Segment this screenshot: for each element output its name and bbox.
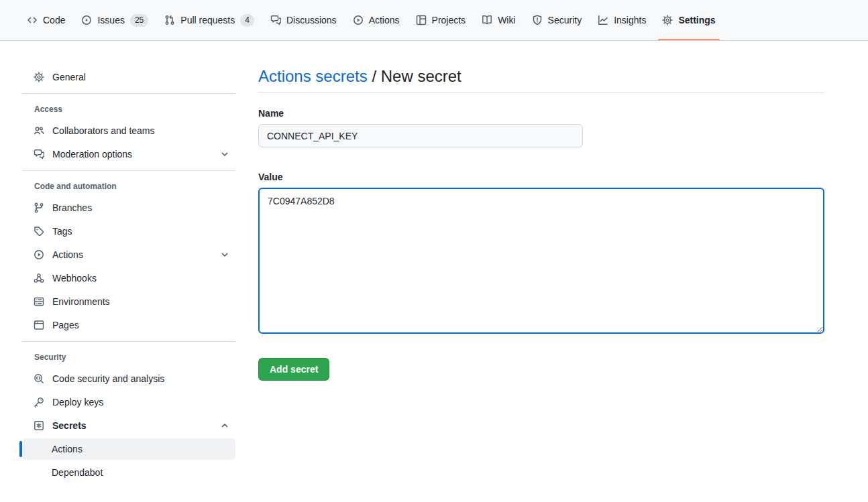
breadcrumb-separator: / xyxy=(372,67,376,85)
sidebar-item-deploy-keys[interactable]: Deploy keys xyxy=(22,391,235,413)
sidebar-divider xyxy=(22,170,235,171)
sidebar-item-label: Environments xyxy=(52,296,110,307)
repo-tab-bar: Code Issues 25 Pull requests 4 Discussio… xyxy=(0,0,868,41)
gear-icon xyxy=(34,72,44,82)
shield-icon xyxy=(532,15,543,25)
breadcrumb-current: New secret xyxy=(381,67,462,85)
sidebar-item-moderation-options[interactable]: Moderation options xyxy=(22,143,235,165)
sidebar-item-label: Moderation options xyxy=(52,149,132,160)
graph-icon xyxy=(598,15,608,25)
sidebar-section-title-security: Security xyxy=(22,347,235,368)
book-icon xyxy=(482,15,492,25)
sidebar-item-pages[interactable]: Pages xyxy=(22,314,235,336)
page-title: Actions secrets / New secret xyxy=(258,66,824,93)
secret-value-label: Value xyxy=(258,172,824,182)
sidebar-item-code-security-and-analysis[interactable]: Code security and analysis xyxy=(22,368,235,389)
tab-label: Actions xyxy=(369,15,400,25)
gear-icon xyxy=(662,15,673,25)
tab-projects[interactable]: Projects xyxy=(411,0,472,40)
server-icon xyxy=(34,296,44,307)
codescan-icon xyxy=(34,373,44,384)
tab-label: Issues xyxy=(97,15,124,25)
tab-label: Pull requests xyxy=(180,15,235,25)
secret-value-textarea[interactable]: 7C0947A852D8 xyxy=(258,188,824,334)
git-branch-icon xyxy=(34,202,44,213)
sidebar-item-label: Secrets xyxy=(52,420,87,431)
tab-pull-requests[interactable]: Pull requests 4 xyxy=(159,0,260,40)
tab-security[interactable]: Security xyxy=(527,0,588,40)
sidebar-item-label: Pages xyxy=(52,320,79,330)
sidebar-item-environments[interactable]: Environments xyxy=(22,291,235,312)
issues-count-badge: 25 xyxy=(130,14,148,27)
issue-opened-icon xyxy=(81,15,92,25)
sidebar-subitem-secrets-dependabot[interactable]: Dependabot xyxy=(22,462,235,483)
sidebar-divider xyxy=(22,93,235,94)
secret-name-input[interactable] xyxy=(258,124,583,147)
sidebar-section-title-code-and-automation: Code and automation xyxy=(22,176,235,197)
sidebar-item-secrets[interactable]: Secrets xyxy=(22,415,235,436)
play-icon xyxy=(34,249,44,260)
people-icon xyxy=(34,125,44,136)
chevron-up-icon xyxy=(219,420,230,431)
tab-discussions[interactable]: Discussions xyxy=(265,0,342,40)
sidebar-item-collaborators-and-teams[interactable]: Collaborators and teams xyxy=(22,120,235,141)
tab-insights[interactable]: Insights xyxy=(592,0,651,40)
sidebar-item-label: Collaborators and teams xyxy=(52,125,155,136)
comment-discussion-icon xyxy=(270,15,281,25)
tab-label: Projects xyxy=(432,15,466,25)
sidebar-item-label: Code security and analysis xyxy=(52,373,164,384)
tab-code[interactable]: Code xyxy=(21,0,70,40)
sidebar-item-actions[interactable]: Actions xyxy=(22,244,235,265)
sidebar-section-title-access: Access xyxy=(22,99,235,120)
settings-page: General Access Collaborators and teams M… xyxy=(0,41,868,485)
comment-discussion-icon xyxy=(34,149,44,160)
git-pull-request-icon xyxy=(164,15,175,25)
key-asterisk-icon xyxy=(34,420,44,431)
sidebar-item-label: Deploy keys xyxy=(52,397,103,407)
sidebar-subitem-label: Actions xyxy=(52,444,83,454)
add-secret-button[interactable]: Add secret xyxy=(258,358,329,381)
key-icon xyxy=(34,397,44,407)
tab-label: Settings xyxy=(678,15,715,25)
sidebar-item-branches[interactable]: Branches xyxy=(22,197,235,218)
sidebar-item-label: Tags xyxy=(52,226,72,237)
project-icon xyxy=(416,15,427,25)
sidebar-item-general[interactable]: General xyxy=(22,66,235,88)
sidebar-subitem-label: Dependabot xyxy=(52,467,103,478)
tab-label: Discussions xyxy=(286,15,337,25)
tab-actions[interactable]: Actions xyxy=(347,0,405,40)
sidebar-divider xyxy=(22,341,235,342)
code-icon xyxy=(27,15,38,25)
settings-sidebar: General Access Collaborators and teams M… xyxy=(22,66,235,485)
pull-requests-count-badge: 4 xyxy=(240,14,254,27)
tag-icon xyxy=(34,226,44,237)
tab-label: Insights xyxy=(614,15,646,25)
secret-name-label: Name xyxy=(258,108,824,119)
tab-wiki[interactable]: Wiki xyxy=(476,0,521,40)
chevron-down-icon xyxy=(219,249,230,260)
chevron-down-icon xyxy=(219,149,230,160)
sidebar-item-label: Actions xyxy=(52,249,83,260)
sidebar-item-label: General xyxy=(52,72,86,82)
new-secret-form-area: Actions secrets / New secret Name Value … xyxy=(258,66,824,485)
tab-settings[interactable]: Settings xyxy=(657,0,720,40)
sidebar-subitem-secrets-actions[interactable]: Actions xyxy=(22,438,235,460)
tab-label: Security xyxy=(548,15,582,25)
sidebar-item-webhooks[interactable]: Webhooks xyxy=(22,267,235,289)
tab-issues[interactable]: Issues 25 xyxy=(76,0,154,40)
webhook-icon xyxy=(34,273,44,284)
sidebar-item-label: Branches xyxy=(52,202,92,213)
tab-label: Code xyxy=(43,15,65,25)
tab-label: Wiki xyxy=(498,15,515,25)
browser-icon xyxy=(34,320,44,330)
sidebar-item-label: Webhooks xyxy=(52,273,97,284)
play-icon xyxy=(353,15,364,25)
sidebar-item-tags[interactable]: Tags xyxy=(22,221,235,242)
actions-secrets-breadcrumb-link[interactable]: Actions secrets xyxy=(258,67,368,85)
